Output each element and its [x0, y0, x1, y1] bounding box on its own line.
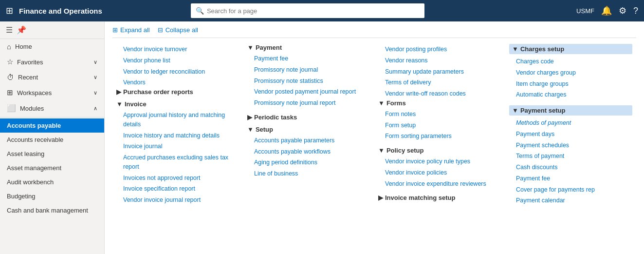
promissory-note-journal-link[interactable]: Promissory note journal — [247, 64, 370, 76]
payment-fee-link[interactable]: Payment fee — [247, 53, 370, 64]
invoices-not-approved-link[interactable]: Invoices not approved report — [116, 173, 239, 184]
payment-setup-header[interactable]: ▼ Payment setup — [509, 105, 632, 116]
form-setup-link[interactable]: Form setup — [378, 120, 501, 131]
vendor-phone-list-link[interactable]: Vendor phone list — [116, 55, 239, 66]
item-charge-groups-link[interactable]: Item charge groups — [509, 78, 632, 90]
charges-setup-header[interactable]: ▼ Charges setup — [509, 44, 632, 54]
vendor-invoice-expenditure-reviewers-link[interactable]: Vendor invoice expenditure reviewers — [378, 178, 501, 190]
help-icon[interactable]: ? — [633, 6, 638, 16]
notification-icon[interactable]: 🔔 — [601, 5, 612, 16]
aging-period-definitions-link[interactable]: Aging period definitions — [247, 157, 370, 168]
vendor-invoice-journal-report-link[interactable]: Vendor invoice journal report — [116, 195, 239, 206]
search-input[interactable] — [207, 7, 420, 15]
accounts-payable-parameters-link[interactable]: Accounts payable parameters — [247, 135, 370, 146]
main-content: ⊞ Expand all ⊟ Collapse all Vendor invoi… — [105, 21, 644, 254]
accounts-payable-workflows-link[interactable]: Accounts payable workflows — [247, 146, 370, 157]
sidebar-item-accounts-receivable-label: Accounts receivable — [7, 136, 63, 143]
periodic-tasks-chevron: ▶ — [247, 114, 252, 121]
grid-icon[interactable]: ⊞ — [6, 5, 13, 16]
invoice-section-header[interactable]: ▼ Invoice — [116, 100, 239, 108]
invoice-matching-setup-label: Invoice matching setup — [385, 194, 455, 201]
forms-section-label: Forms — [386, 99, 406, 107]
menu-column-3: Vendor posting profiles Vendor reasons S… — [374, 44, 505, 211]
sidebar-item-cash-bank[interactable]: Cash and bank management — [0, 203, 104, 217]
search-box: 🔍 — [191, 3, 424, 18]
payment-fee-setup-link[interactable]: Payment fee — [509, 173, 632, 184]
sidebar-item-accounts-receivable[interactable]: Accounts receivable — [0, 133, 104, 147]
recent-icon: ⏱ — [7, 73, 14, 81]
payment-schedules-link[interactable]: Payment schedules — [509, 140, 632, 151]
payment-section-header[interactable]: ▼ Payment — [247, 44, 370, 51]
invoice-history-matching-link[interactable]: Invoice history and matching details — [116, 130, 239, 141]
vendor-reasons-link[interactable]: Vendor reasons — [378, 55, 501, 66]
summary-update-parameters-link[interactable]: Summary update parameters — [378, 66, 501, 78]
cover-page-payments-link[interactable]: Cover page for payments rep — [509, 184, 632, 195]
sidebar-item-budgeting[interactable]: Budgeting — [0, 189, 104, 203]
terms-of-delivery-link[interactable]: Terms of delivery — [378, 77, 501, 88]
charges-code-link[interactable]: Charges code — [509, 56, 632, 67]
line-of-business-link[interactable]: Line of business — [247, 168, 370, 179]
vendor-posting-profiles-link[interactable]: Vendor posting profiles — [378, 44, 501, 55]
vendor-charges-group-link[interactable]: Vendor charges group — [509, 67, 632, 78]
invoice-matching-setup-header[interactable]: ▶ Invoice matching setup — [378, 194, 501, 201]
pin-icon[interactable]: 📌 — [17, 25, 26, 35]
sidebar-item-asset-management-label: Asset management — [7, 164, 61, 172]
sidebar-item-accounts-payable[interactable]: Accounts payable — [0, 118, 104, 133]
sidebar-item-home[interactable]: ⌂ Home — [0, 39, 104, 54]
policy-setup-chevron: ▼ — [378, 147, 385, 154]
payment-setup-chevron: ▼ — [512, 107, 518, 114]
sidebar-item-asset-leasing[interactable]: Asset leasing — [0, 147, 104, 161]
sidebar-item-recent[interactable]: ⏱ Recent ∨ — [0, 70, 104, 85]
sidebar-item-favorites[interactable]: ☆ Favorites ∨ — [0, 54, 104, 70]
sidebar-item-asset-management[interactable]: Asset management — [0, 161, 104, 175]
setup-section-chevron: ▼ — [247, 126, 254, 133]
vendor-write-off-codes-link[interactable]: Vendor write-off reason codes — [378, 88, 501, 99]
vendor-ledger-reconciliation-link[interactable]: Vendor to ledger reconciliation — [116, 66, 239, 78]
hamburger-icon[interactable]: ☰ — [6, 25, 13, 35]
vendors-link[interactable]: Vendors — [116, 77, 239, 88]
payment-section: ▼ Payment Payment fee Promissory note jo… — [247, 44, 370, 109]
form-notes-link[interactable]: Form notes — [378, 109, 501, 120]
invoice-journal-link[interactable]: Invoice journal — [116, 141, 239, 152]
favorites-chevron: ∨ — [93, 59, 97, 65]
top-navigation: ⊞ Finance and Operations 🔍 USMF 🔔 ⚙ ? — [0, 0, 644, 21]
setup-section: ▼ Setup Accounts payable parameters Acco… — [247, 126, 370, 179]
charges-setup-label: Charges setup — [520, 45, 564, 53]
cash-discounts-link[interactable]: Cash discounts — [509, 162, 632, 173]
settings-icon[interactable]: ⚙ — [619, 5, 626, 16]
search-icon: 🔍 — [196, 7, 204, 15]
purchase-order-reports-header[interactable]: ▶ Purchase order reports — [116, 88, 239, 96]
payment-days-link[interactable]: Payment days — [509, 129, 632, 140]
vendor-invoice-policies-link[interactable]: Vendor invoice policies — [378, 167, 501, 178]
periodic-tasks-header[interactable]: ▶ Periodic tasks — [247, 114, 370, 121]
collapse-all-button[interactable]: ⊟ Collapse all — [158, 26, 198, 34]
forms-section-header[interactable]: ▼ Forms — [378, 99, 501, 107]
policy-setup-header[interactable]: ▼ Policy setup — [378, 147, 501, 154]
purchase-order-reports-section: ▶ Purchase order reports — [116, 88, 239, 96]
vendor-invoice-policy-rule-types-link[interactable]: Vendor invoice policy rule types — [378, 156, 501, 167]
sidebar-item-workspaces[interactable]: ⊞ Workspaces ∨ — [0, 85, 104, 100]
sidebar-item-audit-workbench[interactable]: Audit workbench — [0, 175, 104, 189]
form-sorting-parameters-link[interactable]: Form sorting parameters — [378, 131, 501, 142]
methods-of-payment-link[interactable]: Methods of payment — [509, 117, 632, 129]
modules-icon: ⬜ — [7, 104, 16, 113]
payment-calendar-link[interactable]: Payment calendar — [509, 195, 632, 206]
expand-all-label: Expand all — [120, 26, 150, 34]
invoice-specification-report-link[interactable]: Invoice specification report — [116, 183, 239, 195]
expand-all-button[interactable]: ⊞ Expand all — [112, 26, 150, 34]
collapse-icon: ⊟ — [158, 26, 163, 34]
promissory-note-journal-report-link[interactable]: Promissory note journal report — [247, 98, 370, 109]
sidebar-item-modules[interactable]: ⬜ Modules ∧ — [0, 100, 104, 116]
promissory-note-statistics-link[interactable]: Promissory note statistics — [247, 76, 370, 87]
accrued-purchases-link[interactable]: Accrued purchases excluding sales tax re… — [116, 152, 239, 173]
automatic-charges-link[interactable]: Automatic charges — [509, 89, 632, 100]
sidebar-item-recent-label: Recent — [18, 74, 38, 81]
approval-journal-history-link[interactable]: Approval journal history and matching de… — [116, 110, 239, 130]
vendor-invoice-turnover-link[interactable]: Vendor invoice turnover — [116, 44, 239, 55]
terms-of-payment-link[interactable]: Terms of payment — [509, 151, 632, 162]
invoice-section-label: Invoice — [125, 100, 147, 108]
menu-column-2: ▼ Payment Payment fee Promissory note jo… — [243, 44, 374, 211]
vendor-posted-payment-journal-link[interactable]: Vendor posted payment journal report — [247, 86, 370, 98]
setup-section-header[interactable]: ▼ Setup — [247, 126, 370, 133]
policy-setup-section: ▼ Policy setup Vendor invoice policy rul… — [378, 147, 501, 189]
